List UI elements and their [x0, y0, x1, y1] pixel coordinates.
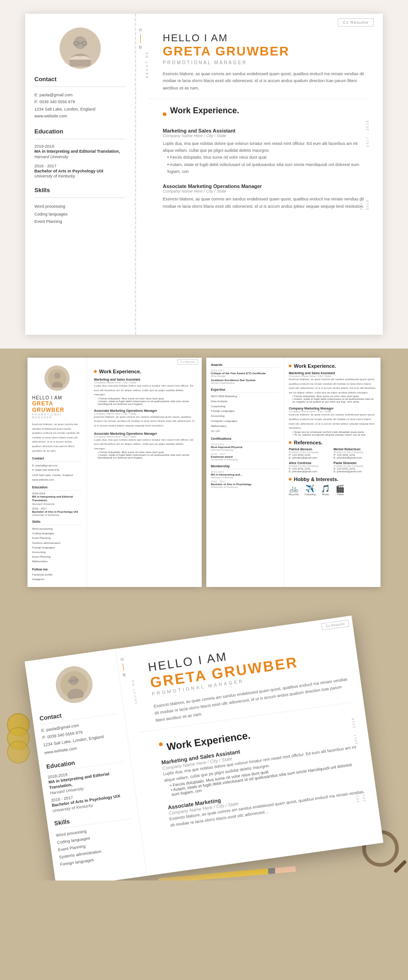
hobby-icon-2: ✈️ [304, 484, 315, 493]
edu-year-1: 2018-2019 [34, 144, 126, 149]
cert-divider [211, 441, 279, 442]
spread-job-1: Marketing and Sales Assistant Company Na… [94, 378, 195, 405]
magnifier-handle [393, 859, 407, 873]
job-1-bullet-2: Autam, sitate et fugiti debit volectusan… [167, 161, 369, 176]
hobby-icon-4: 🎬 [336, 484, 345, 493]
spread2-job-1: Marketing and Sales Assistant Company Na… [289, 371, 376, 403]
spread-education: Education 2018-2019 MA in Interpreting a… [32, 486, 82, 516]
spread-edu-item-2: 2016 - 2017 Bachelor of Arts in Psycholo… [32, 507, 82, 516]
spread-header-1: HELLO I AM GRETA GRUWBER PROMOTIONAL MAN… [32, 395, 82, 419]
spread-photo-1 [44, 365, 70, 391]
hobby-label-2: Traveling [304, 493, 315, 496]
contact-section: Contact E: paola@gmail.com P: 0039 340 5… [34, 76, 126, 120]
cv-container: Contact E: paola@gmail.com P: 0039 340 5… [25, 14, 383, 335]
cert-org-1: Harvard University [211, 448, 279, 451]
expertise-title: Expertise [211, 388, 279, 391]
cv-right-column: G B ABOUT ME Cv Resume HELLO I AM GRETA … [135, 14, 383, 335]
spread-job-3: Associate Marketing Operations Manager C… [94, 432, 195, 460]
tilted-education: Education 2018-2019 MA in Interpreting a… [46, 752, 130, 813]
skills-section: Skills Word processing Coding languages … [34, 187, 126, 225]
spread-job3-bullet2: • Autam, sitate et fugiti debit volectus… [98, 454, 195, 459]
tilted-g-label: G [120, 657, 124, 662]
spread-contact-title: Contact [32, 457, 82, 460]
spread-job-2: Associate Marketing Operations Manager C… [94, 409, 195, 428]
ref-2: Michel Robertson Position In the Company… [334, 448, 376, 459]
spread-edu-degree-2: Bachelor of Arts in Psychology UiX [32, 510, 82, 514]
spread-skills: Skills Word processing Coding languages … [32, 520, 82, 564]
job-1: Marketing and Sales Assistant Company Na… [163, 128, 369, 175]
membership-section: Membership 2016-2019 MA in Interpreting … [211, 465, 279, 488]
spread-page1-right: Cv Resume Work Experience. Marketing and… [87, 358, 202, 587]
spread-contact-divider [32, 461, 82, 462]
spread-name: GRETA GRUWBER [32, 400, 82, 413]
spread-edu-title: Education [32, 486, 82, 489]
spread-contact-address: 1234 Salt Lake, London, England [32, 473, 82, 477]
spread-edu-uni-2: University of Kentucky [32, 514, 82, 516]
ref3-email: E: johndoe@gmail.com [289, 470, 331, 473]
expertise-item-2: Data Analysis [211, 399, 279, 404]
expertise-item-5: Accounting [211, 414, 279, 419]
spread-page-2: Awards 2019-2017 Critique of the Year Aw… [206, 358, 380, 587]
year-label-2: 2017 - 2016 [359, 198, 369, 210]
tilted-cv: Contact E: paola@gmail.com P: 0039 340 5… [25, 615, 384, 880]
spread-edu-uni-1: Harvard University [32, 503, 82, 505]
job-1-desc: Luptis dua, ima que nobitas dolore que v… [163, 140, 369, 155]
awards-title: Awards [211, 363, 279, 366]
work-exp-title: Work Experience. [170, 106, 239, 116]
spread2-job1-role: Marketing and Sales Assistant [289, 371, 376, 375]
job-2-role: Associate Marketing Operations Manager [163, 183, 369, 189]
spread-follow-title: Follow me [32, 568, 82, 571]
ref4-name: Paola Stravean [334, 461, 376, 465]
contact-address: 1234 Salt Lake, London, England [34, 106, 126, 113]
ref-3: Alice Contrasa Position In the Company P… [289, 461, 331, 473]
award-org-2: Novell Organization [211, 382, 279, 384]
tilted-orange-bar [122, 664, 124, 671]
coin-3 [7, 741, 30, 764]
education-section: Education 2018-2019 MA in Interpreting a… [34, 128, 126, 178]
tilted-badge: Cv Resume [321, 620, 349, 630]
spread-job2-role: Associate Marketing Operations Manager [94, 409, 195, 412]
spread-job1-role: Marketing and Sales Assistant [94, 378, 195, 381]
membership-divider [211, 469, 279, 469]
svg-point-1 [74, 36, 87, 49]
tilted-right: Cv Resume G B ABOUT ME HELLO I AM GRETA … [116, 615, 384, 876]
spread2-job1-b2: • Autam, sitate et fugiti debit volectus… [292, 398, 376, 403]
ref3-name: Alice Contrasa [289, 461, 331, 465]
spread-skills-divider [32, 525, 82, 525]
job-1-role: Marketing and Sales Assistant [163, 128, 369, 133]
spread-skill-4: Systems administration [32, 541, 82, 545]
spread-page2-right: Work Experience. Marketing and Sales Ass… [284, 358, 380, 587]
spread-work-title-row: Work Experience. [94, 369, 195, 374]
spread2-job2-b2: • Te mi, valores sumquodi velupita iurtu… [292, 433, 376, 436]
ref2-email: E: johndoe@gmail.com [334, 456, 376, 459]
education-item-1: 2018-2019 MA in Interpreting and Editori… [34, 144, 126, 159]
hobbies-title: Hobby & Interests. [294, 476, 338, 482]
dashed-divider [135, 14, 136, 335]
spread-skill-2: Coding languages [32, 531, 82, 536]
hobby-2: ✈️ Traveling [304, 484, 315, 496]
hobbies-grid: 🚲 Bicycles ✈️ Traveling 🎵 Music 🎬 Video [289, 484, 376, 496]
spread2-job2-desc: Essincto blabore, as quae comnis am sand… [289, 413, 376, 430]
cert-item-2: 2016 - 2017 Employee award University of… [211, 453, 279, 461]
spread-work-title-row-2: Work Experience. [289, 363, 376, 369]
contact-phone: P: 0039 340 5556 879 [34, 99, 126, 105]
education-item-2: 2016 - 2017 Bachelor of Arts in Psycholo… [34, 164, 126, 179]
year-label-1: 2017 - 2018 [366, 120, 369, 147]
skill-1: Word processing [34, 203, 126, 210]
references-title: References. [294, 440, 322, 445]
skills-title: Skills [34, 187, 126, 194]
spread-orange-dot [94, 370, 97, 373]
certifications-section: Certifications 2018-2019 Most Improved P… [211, 437, 279, 461]
spread-edu-degree-1: MA in Interpreting and Editorial Transla… [32, 495, 82, 503]
spread-section: HELLO I AM GRETA GRUWBER PROMOTIONAL MAN… [0, 349, 408, 596]
member-item-2: 2016 - 2017 Bachelor of Arts in Psycholo… [211, 480, 279, 488]
hobby-3: 🎵 Music [321, 484, 330, 496]
hobby-1: 🚲 Bicycles [289, 484, 299, 496]
spread2-job1-desc: Essincto blabore, as quae comnis am sand… [289, 377, 376, 395]
contact-website: www.website.com [34, 113, 126, 120]
edu-degree-1: MA in Interpreting and Editorial Transla… [34, 149, 126, 155]
spread-job1-bullet2: • Autam, sitate et fugiti debit volectus… [98, 400, 195, 405]
edu-uni-1: Harvard University [34, 155, 126, 159]
expertise-item-6: Computer Languages [211, 419, 279, 424]
spread-skill-5: Foreign languages [32, 545, 82, 550]
